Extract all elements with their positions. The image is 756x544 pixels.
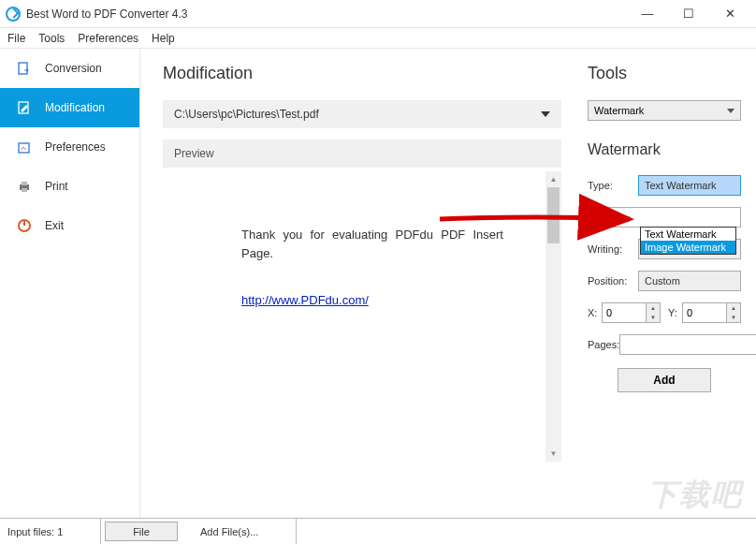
type-dropdown-list[interactable]: Text Watermark Image Watermark: [640, 227, 736, 255]
sidebar-item-print[interactable]: Print: [0, 167, 139, 206]
pages-row: Pages:: [588, 334, 741, 355]
sidebar-item-exit[interactable]: Exit: [0, 206, 139, 245]
conversion-icon: [17, 61, 32, 76]
x-input[interactable]: [602, 302, 647, 323]
sidebar-item-conversion[interactable]: Conversion: [0, 49, 139, 88]
add-files-button[interactable]: Add File(s)...: [182, 519, 297, 544]
sidebar-label: Exit: [45, 219, 64, 232]
tool-select-value: Watermark: [594, 105, 644, 116]
menu-preferences[interactable]: Preferences: [78, 32, 138, 45]
close-button[interactable]: ✕: [709, 0, 750, 28]
vertical-scrollbar[interactable]: ▲ ▼: [545, 171, 561, 462]
sidebar-label: Modification: [45, 101, 105, 114]
type-option-image[interactable]: Image Watermark: [641, 241, 735, 254]
x-stepper[interactable]: ▲▼: [647, 302, 661, 323]
sidebar-item-preferences[interactable]: Preferences: [0, 127, 139, 167]
main: Conversion Modification Preferences Prin…: [0, 49, 756, 518]
y-stepper[interactable]: ▲▼: [727, 302, 741, 323]
position-label: Position:: [588, 275, 638, 287]
chevron-down-icon: [541, 111, 550, 117]
svg-rect-0: [19, 63, 27, 74]
file-path-text: C:\Users\pc\Pictures\Test.pdf: [174, 108, 319, 121]
minimize-button[interactable]: —: [627, 0, 668, 28]
type-label: Type:: [588, 180, 638, 191]
pages-label: Pages:: [588, 339, 619, 350]
scroll-up-icon[interactable]: ▲: [545, 171, 561, 187]
menubar: File Tools Preferences Help: [0, 28, 756, 49]
add-button[interactable]: Add: [618, 368, 711, 392]
chevron-down-icon: [727, 109, 734, 113]
preview-link[interactable]: http://www.PDFdu.com/: [241, 291, 369, 310]
y-label: Y:: [668, 307, 682, 318]
preferences-icon: [17, 140, 32, 154]
print-icon: [17, 179, 32, 194]
position-select[interactable]: Custom: [638, 271, 741, 291]
sidebar-label: Print: [45, 180, 68, 193]
x-label: X:: [588, 307, 602, 318]
y-input[interactable]: [682, 302, 727, 323]
center-panel: Modification C:\Users\pc\Pictures\Test.p…: [140, 49, 578, 518]
position-row: Position: Custom: [588, 271, 741, 291]
menu-help[interactable]: Help: [152, 32, 175, 45]
file-path-select[interactable]: C:\Users\pc\Pictures\Test.pdf: [163, 100, 561, 128]
sidebar-label: Conversion: [45, 62, 102, 75]
titlebar: Best Word to PDF Converter 4.3 — ☐ ✕: [0, 0, 756, 28]
text-row: [588, 207, 741, 228]
pages-input[interactable]: [619, 334, 756, 355]
menu-file[interactable]: File: [7, 32, 25, 45]
scroll-thumb[interactable]: [547, 187, 560, 243]
sidebar-item-modification[interactable]: Modification: [0, 88, 139, 127]
type-select[interactable]: Text Watermark: [638, 175, 741, 196]
type-value: Text Watermark: [645, 180, 717, 191]
tool-select[interactable]: Watermark: [588, 100, 741, 121]
preview-text: Thank you for evaluating PDFdu PDF Inser…: [241, 226, 503, 263]
tools-heading: Tools: [588, 64, 741, 83]
svg-rect-5: [22, 188, 27, 192]
file-button[interactable]: File: [105, 522, 178, 541]
center-heading: Modification: [163, 64, 561, 83]
input-files-count: Input files: 1: [0, 519, 101, 544]
exit-icon: [17, 218, 32, 233]
sidebar: Conversion Modification Preferences Prin…: [0, 49, 140, 518]
svg-rect-4: [22, 182, 27, 185]
statusbar: Input files: 1 File Add File(s)...: [0, 518, 756, 544]
app-title: Best Word to PDF Converter 4.3: [26, 7, 627, 21]
watermark-text-input[interactable]: [603, 207, 741, 228]
preview-area: Thank you for evaluating PDFdu PDF Inser…: [163, 171, 561, 462]
type-row: Type: Text Watermark: [588, 175, 741, 196]
sidebar-label: Preferences: [45, 140, 106, 154]
type-option-text[interactable]: Text Watermark: [641, 228, 735, 241]
maximize-button[interactable]: ☐: [668, 0, 709, 28]
position-value: Custom: [645, 275, 680, 287]
app-icon: [6, 7, 21, 22]
writing-label: Writing:: [588, 243, 638, 255]
preview-label: Preview: [163, 140, 561, 168]
modification-icon: [17, 100, 32, 115]
watermark-heading: Watermark: [588, 141, 741, 158]
xy-row: X: ▲▼ Y: ▲▼: [588, 302, 741, 323]
menu-tools[interactable]: Tools: [38, 32, 65, 45]
right-panel: Tools Watermark Watermark Type: Text Wat…: [578, 49, 756, 518]
scroll-down-icon[interactable]: ▼: [545, 446, 561, 462]
